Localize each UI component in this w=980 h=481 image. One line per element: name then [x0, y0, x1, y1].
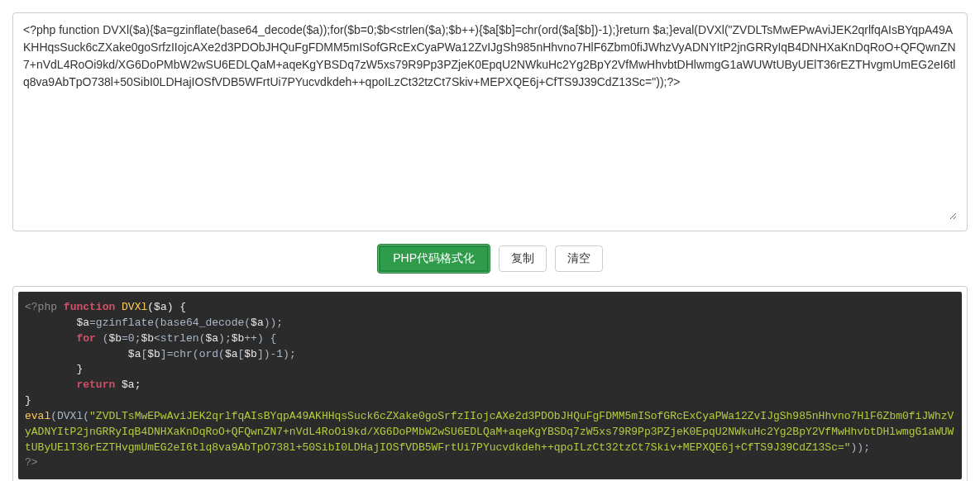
close-brace: }	[76, 363, 83, 375]
keyword-for: for	[76, 332, 95, 345]
var-b: $b	[244, 348, 257, 360]
var-a: $a	[251, 317, 264, 329]
input-container	[12, 12, 968, 231]
punct: (	[147, 301, 154, 313]
php-input[interactable]	[23, 21, 957, 220]
php-open-tag: <?php	[25, 301, 57, 313]
func-name: DVXl	[122, 301, 147, 313]
code-text: =gzinflate(base64_decode(	[89, 317, 251, 329]
button-row: PHP代码格式化 复制 清空	[12, 244, 968, 274]
var-b: $b	[108, 332, 122, 345]
var-b: $b	[147, 348, 160, 360]
var-b: $b	[141, 332, 154, 345]
var-a: $a	[225, 348, 238, 360]
code-text: ));	[851, 441, 870, 454]
code-text: =0;	[122, 332, 141, 345]
output-container: <?php function DVXl($a) { $a=gzinflate(b…	[12, 286, 968, 481]
copy-button[interactable]: 复制	[499, 245, 547, 272]
var-a: $a	[154, 301, 167, 313]
formatted-output: <?php function DVXl($a) { $a=gzinflate(b…	[18, 292, 962, 479]
code-text: ));	[264, 317, 283, 329]
string-literal: "ZVDLTsMwEPwAviJEK2qrlfqAIsBYqpA49AKHHqs…	[25, 410, 954, 454]
var-a: $a	[205, 332, 218, 345]
punct: ;	[135, 379, 141, 391]
func-eval: eval	[25, 410, 50, 422]
code-text: (	[96, 332, 109, 345]
code-text: ])-1);	[257, 348, 296, 360]
keyword-function: function	[64, 301, 115, 313]
php-close-tag: ?>	[25, 456, 38, 469]
clear-button[interactable]: 清空	[555, 245, 603, 272]
code-text: ++) {	[244, 332, 276, 345]
format-button[interactable]: PHP代码格式化	[377, 244, 490, 274]
close-brace: }	[25, 394, 31, 407]
var-b: $b	[232, 332, 245, 345]
var-a: $a	[122, 379, 135, 391]
var-a: $a	[76, 317, 89, 329]
punct: ) {	[167, 301, 186, 313]
var-a: $a	[128, 348, 141, 360]
keyword-return: return	[76, 379, 115, 391]
code-text: );	[218, 332, 232, 345]
code-text: (DVXl(	[50, 410, 89, 422]
code-text: ]=chr(ord(	[160, 348, 225, 360]
code-text: <strlen(	[154, 332, 205, 345]
